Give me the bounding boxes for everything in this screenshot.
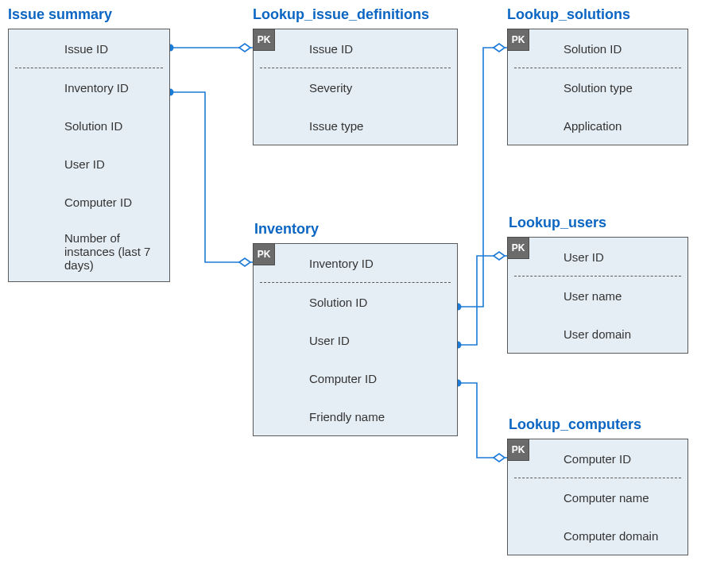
entity-row: User ID bbox=[254, 321, 457, 359]
entity-row: PKUser ID bbox=[508, 238, 687, 276]
entity-row: Solution ID bbox=[254, 283, 457, 321]
field-name: Computer ID bbox=[254, 372, 388, 385]
entity-title: Issue summary bbox=[8, 6, 112, 23]
field-name: Solution ID bbox=[254, 296, 378, 309]
pk-badge: PK bbox=[253, 29, 275, 51]
entity-lookup_issue_defs: PKIssue IDSeverityIssue type bbox=[253, 29, 458, 145]
relation-diamond-icon bbox=[494, 44, 505, 52]
field-name: Solution ID bbox=[9, 119, 134, 133]
entity-row: Solution type bbox=[508, 68, 687, 106]
field-name: Friendly name bbox=[254, 410, 396, 424]
entity-row: User ID bbox=[9, 145, 169, 183]
entity-row: Computer ID bbox=[9, 183, 169, 221]
entity-row: User domain bbox=[508, 315, 687, 353]
field-name: User domain bbox=[508, 327, 642, 341]
field-name: Computer domain bbox=[508, 529, 669, 543]
pk-badge: PK bbox=[507, 29, 529, 51]
pk-badge: PK bbox=[507, 237, 529, 259]
entity-row: Computer ID bbox=[254, 359, 457, 397]
entity-row: PKSolution ID bbox=[508, 29, 687, 68]
relation-diamond-icon bbox=[239, 44, 250, 52]
relation-line bbox=[458, 48, 507, 307]
er-diagram-canvas: Issue summaryIssue IDInventory IDSolutio… bbox=[0, 0, 701, 588]
relation-diamond-icon bbox=[239, 258, 250, 266]
entity-title: Lookup_issue_definitions bbox=[253, 6, 429, 23]
entity-row: Inventory ID bbox=[9, 68, 169, 106]
relation-diamond-icon bbox=[494, 454, 505, 462]
field-name: Issue type bbox=[254, 119, 374, 133]
entity-row: User name bbox=[508, 277, 687, 315]
field-name: Application bbox=[508, 119, 633, 133]
field-name: Inventory ID bbox=[9, 81, 140, 95]
entity-row: Application bbox=[508, 106, 687, 145]
entity-row: Computer domain bbox=[508, 516, 687, 555]
relation-line bbox=[458, 256, 507, 345]
entity-title: Lookup_solutions bbox=[507, 6, 630, 23]
entity-row: Number of instances (last 7 days) bbox=[9, 221, 169, 281]
field-name: User ID bbox=[254, 334, 361, 347]
pk-badge: PK bbox=[253, 243, 275, 265]
entity-title: Inventory bbox=[254, 221, 319, 238]
entity-row: Computer name bbox=[508, 478, 687, 516]
entity-lookup_solutions: PKSolution IDSolution typeApplication bbox=[507, 29, 688, 145]
pk-badge: PK bbox=[507, 439, 529, 461]
entity-row: PKInventory ID bbox=[254, 244, 457, 282]
entity-row: Friendly name bbox=[254, 397, 457, 435]
field-name: User name bbox=[508, 289, 633, 303]
relation-line bbox=[458, 383, 507, 458]
relation-diamond-icon bbox=[494, 252, 505, 260]
entity-row: PKIssue ID bbox=[254, 29, 457, 68]
entity-row: Issue type bbox=[254, 106, 457, 145]
field-name: Issue ID bbox=[9, 42, 119, 56]
entity-row: Severity bbox=[254, 68, 457, 106]
entity-inventory: PKInventory IDSolution IDUser IDComputer… bbox=[253, 243, 458, 436]
entity-row: Issue ID bbox=[9, 29, 169, 68]
field-name: Computer ID bbox=[9, 195, 143, 209]
field-name: User ID bbox=[9, 157, 116, 171]
entity-row: PKComputer ID bbox=[508, 439, 687, 478]
entity-title: Lookup_computers bbox=[509, 416, 641, 433]
entity-issue_summary: Issue IDInventory IDSolution IDUser IDCo… bbox=[8, 29, 170, 282]
entity-row: Solution ID bbox=[9, 106, 169, 145]
entity-lookup_users: PKUser IDUser nameUser domain bbox=[507, 237, 688, 354]
entity-title: Lookup_users bbox=[509, 215, 606, 231]
field-name: Solution type bbox=[508, 81, 644, 95]
field-name: Computer name bbox=[508, 491, 660, 505]
relation-line bbox=[170, 92, 253, 262]
field-name: Severity bbox=[254, 81, 363, 95]
field-name: Number of instances (last 7 days) bbox=[9, 231, 169, 272]
entity-lookup_computers: PKComputer IDComputer nameComputer domai… bbox=[507, 439, 688, 555]
